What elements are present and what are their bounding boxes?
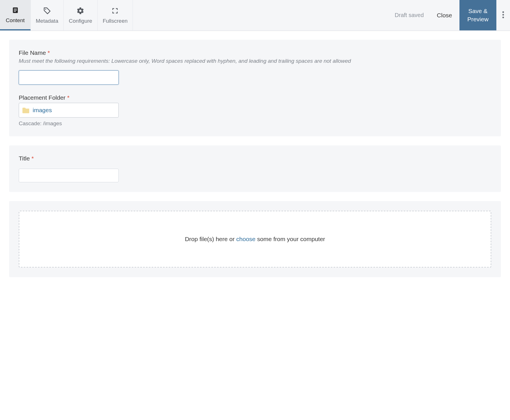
title-field: Title * xyxy=(19,155,491,182)
folder-name: images xyxy=(33,107,52,114)
folder-picker[interactable]: images xyxy=(19,103,119,118)
save-preview-button[interactable]: Save & Preview xyxy=(459,0,496,30)
folder-path: Cascade: /images xyxy=(19,120,491,127)
tab-content[interactable]: Content xyxy=(0,0,31,30)
file-dropzone[interactable]: Drop file(s) here or choose some from yo… xyxy=(19,211,491,268)
upload-panel: Drop file(s) here or choose some from yo… xyxy=(9,201,501,277)
placement-label: Placement Folder * xyxy=(19,94,491,101)
svg-rect-3 xyxy=(14,11,16,12)
label-text: Title xyxy=(19,155,30,162)
filename-label: File Name * xyxy=(19,49,491,56)
tab-label: Metadata xyxy=(36,18,58,24)
folder-icon xyxy=(22,107,30,113)
drop-pre: Drop file(s) here or xyxy=(185,236,236,242)
tag-icon xyxy=(43,7,51,15)
filename-input[interactable] xyxy=(19,70,119,85)
content-area: File Name * Must meet the following requ… xyxy=(0,31,510,286)
file-panel: File Name * Must meet the following requ… xyxy=(9,40,501,136)
title-input[interactable] xyxy=(19,169,119,182)
dropzone-text: Drop file(s) here or choose some from yo… xyxy=(185,236,325,243)
vertical-dots-icon xyxy=(502,11,504,20)
tab-configure[interactable]: Configure xyxy=(64,0,97,30)
save-status: Draft saved xyxy=(389,0,429,30)
tab-fullscreen[interactable]: Fullscreen xyxy=(98,0,133,30)
svg-point-5 xyxy=(502,11,504,13)
close-button[interactable]: Close xyxy=(429,0,459,30)
content-icon xyxy=(12,6,19,14)
required-indicator: * xyxy=(67,94,69,101)
svg-rect-2 xyxy=(14,10,17,10)
required-indicator: * xyxy=(32,155,34,162)
svg-point-6 xyxy=(502,14,504,16)
gear-icon xyxy=(76,7,84,15)
tab-label: Content xyxy=(6,17,25,24)
title-label: Title * xyxy=(19,155,491,162)
fullscreen-icon xyxy=(112,7,118,15)
more-menu-button[interactable] xyxy=(496,0,510,30)
tab-label: Fullscreen xyxy=(103,18,128,24)
svg-point-7 xyxy=(502,16,504,18)
choose-link[interactable]: choose xyxy=(236,236,256,242)
placement-field: Placement Folder * images Cascade: /imag… xyxy=(19,94,491,127)
required-indicator: * xyxy=(48,49,50,56)
label-text: File Name xyxy=(19,49,46,56)
tab-metadata[interactable]: Metadata xyxy=(31,0,64,30)
svg-rect-1 xyxy=(14,9,17,9)
tab-label: Configure xyxy=(69,18,92,24)
editor-toolbar: Content Metadata Configure Fullscreen Dr… xyxy=(0,0,510,31)
filename-field: File Name * Must meet the following requ… xyxy=(19,49,491,85)
filename-hint: Must meet the following requirements: Lo… xyxy=(19,58,491,64)
toolbar-spacer xyxy=(133,0,389,30)
svg-point-4 xyxy=(45,9,46,10)
label-text: Placement Folder xyxy=(19,94,66,101)
drop-post: some from your computer xyxy=(256,236,325,242)
title-panel: Title * xyxy=(9,145,501,192)
